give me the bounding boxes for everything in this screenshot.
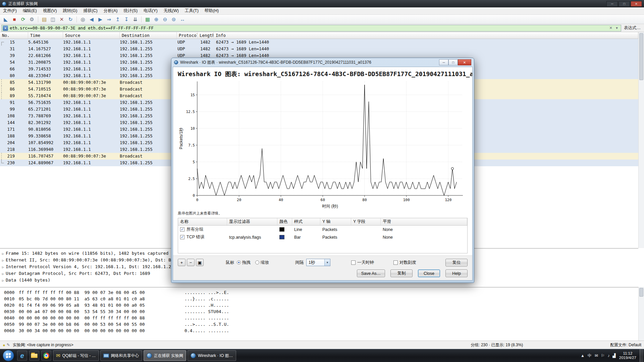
graph-row[interactable]: ✓TCP 错误tcp.analysis.flagsBarPacketsNone bbox=[178, 233, 467, 241]
save-as-button[interactable]: Save As… bbox=[357, 269, 385, 277]
log-scale-checkbox[interactable] bbox=[393, 260, 398, 265]
menu-item[interactable]: 跳转(G) bbox=[60, 7, 80, 14]
expression-button[interactable]: 表达式… bbox=[624, 25, 641, 31]
profile-text[interactable]: 配置文件: Default bbox=[610, 342, 641, 348]
reset-button[interactable]: 复位 bbox=[445, 259, 468, 266]
taskbar-button[interactable]: 网络和共享中心 bbox=[100, 350, 142, 361]
expand-arrow-icon[interactable]: ▷ bbox=[2, 279, 4, 282]
scrollbar-thumb[interactable] bbox=[639, 288, 643, 297]
hidden-icons-icon[interactable]: ▲ bbox=[581, 353, 585, 358]
menu-item[interactable]: 编辑(E) bbox=[20, 7, 40, 14]
menu-item[interactable]: 分析(A) bbox=[101, 7, 121, 14]
volume-icon[interactable]: ♪ bbox=[608, 353, 610, 358]
mouse-drag-label[interactable]: 拖拽 bbox=[242, 260, 251, 265]
go-forward-icon[interactable]: ▶ bbox=[96, 16, 104, 23]
column-header[interactable]: Time bbox=[28, 32, 63, 39]
column-header[interactable]: No. bbox=[0, 32, 28, 39]
close-file-icon[interactable]: ✕ bbox=[58, 16, 66, 23]
menu-item[interactable]: 工具(T) bbox=[182, 7, 202, 14]
graph-column-header[interactable]: Y 字段 bbox=[351, 218, 381, 225]
reload-icon[interactable]: ↻ bbox=[66, 16, 74, 23]
file-explorer-icon[interactable] bbox=[29, 351, 39, 361]
close-dialog-button[interactable]: Close bbox=[418, 269, 440, 277]
graph-enabled-checkbox[interactable]: ✓ bbox=[180, 235, 184, 239]
ime-indicator-icon[interactable]: 中 bbox=[588, 353, 592, 359]
column-header[interactable]: Source bbox=[63, 32, 120, 39]
graph-row[interactable]: ✓所有分组LinePacketsNone bbox=[178, 226, 467, 233]
expert-info-icon[interactable]: ● bbox=[3, 343, 5, 348]
menu-item[interactable]: 电话(Y) bbox=[141, 7, 161, 14]
auto-scroll-icon[interactable]: ⇊ bbox=[131, 16, 139, 23]
hex-row[interactable]: 006030 00 34 00 00 00 00 00 00 00 00 00 … bbox=[0, 327, 638, 334]
hex-row[interactable]: 003000 00 a4 07 00 00 08 00 53 54 55 30 … bbox=[0, 308, 638, 315]
internet-explorer-icon[interactable]: e bbox=[17, 351, 27, 361]
expand-arrow-icon[interactable]: ▷ bbox=[2, 265, 4, 269]
go-first-icon[interactable]: ↥ bbox=[114, 16, 122, 23]
taskbar-button[interactable]: ✉QQ邮箱 - 写信 - … bbox=[53, 350, 99, 361]
column-header[interactable]: Protocol bbox=[177, 32, 198, 39]
log-scale-label[interactable]: 对数刻度 bbox=[399, 260, 416, 265]
restart-capture-icon[interactable]: ⟳ bbox=[19, 16, 27, 23]
filter-clear-icon[interactable]: ✕ bbox=[608, 26, 614, 30]
graph-column-header[interactable]: 颜色 bbox=[277, 218, 292, 225]
scrollbar-thumb[interactable] bbox=[639, 33, 643, 80]
time-of-day-label[interactable]: 一天时钟 bbox=[357, 260, 374, 265]
dialog-close-button[interactable]: ✕ bbox=[458, 59, 471, 65]
column-header[interactable]: Info bbox=[214, 32, 638, 39]
open-file-icon[interactable]: ▤ bbox=[40, 16, 48, 23]
go-back-icon[interactable]: ◀ bbox=[88, 16, 96, 23]
remove-graph-button[interactable]: − bbox=[187, 259, 195, 266]
hex-row[interactable]: 005099 00 07 3e 00 00 b8 06 00 00 53 00 … bbox=[0, 321, 638, 327]
dialog-minimize-button[interactable]: ─ bbox=[439, 59, 448, 65]
column-header[interactable]: Length bbox=[198, 32, 214, 39]
stop-capture-icon[interactable]: ■ bbox=[10, 16, 18, 23]
add-graph-button[interactable]: + bbox=[178, 259, 185, 266]
duplicate-graph-button[interactable]: ▣ bbox=[196, 259, 204, 266]
io-dialog-titlebar[interactable]: Wireshark · IO 图表 · wireshark_C5167126-7… bbox=[173, 58, 473, 67]
close-button[interactable]: ✕ bbox=[631, 1, 642, 7]
minimize-button[interactable]: ─ bbox=[606, 1, 618, 7]
graph-column-header[interactable]: 显示过滤器 bbox=[227, 218, 277, 225]
mouse-zoom-radio[interactable] bbox=[255, 260, 259, 264]
hex-row[interactable]: 0000ff ff ff ff ff ff 00 88 99 00 07 3e … bbox=[0, 289, 638, 296]
graph-column-header[interactable]: 样式 bbox=[292, 218, 320, 225]
action-center-flag-icon[interactable]: ⚐ bbox=[601, 353, 605, 358]
taskbar-clock[interactable]: 11:12 2019/4/27 bbox=[619, 351, 636, 360]
capture-comment-icon[interactable]: ✎ bbox=[7, 343, 10, 347]
show-desktop-button[interactable] bbox=[640, 349, 643, 362]
start-button[interactable] bbox=[3, 350, 14, 361]
colorize-icon[interactable]: ▦ bbox=[144, 16, 152, 23]
mouse-drag-radio[interactable] bbox=[237, 260, 241, 264]
hex-scrollbar[interactable] bbox=[638, 287, 644, 341]
menu-item[interactable]: 视图(V) bbox=[40, 7, 60, 14]
menu-item[interactable]: 捕获(C) bbox=[80, 7, 100, 14]
find-packet-icon[interactable]: ◎ bbox=[79, 16, 87, 23]
hex-row[interactable]: 002001 f4 f4 09 06 99 05 a8 93 48 01 01 … bbox=[0, 302, 638, 308]
dialog-maximize-button[interactable]: □ bbox=[448, 59, 458, 65]
copy-button[interactable]: 复制 bbox=[390, 269, 413, 277]
graph-enabled-checkbox[interactable]: ✓ bbox=[180, 227, 184, 232]
message-icon[interactable]: ✉ bbox=[595, 353, 598, 358]
save-file-icon[interactable]: ◫ bbox=[49, 16, 57, 23]
menu-item[interactable]: 无线(W) bbox=[161, 7, 182, 14]
graph-column-header[interactable]: 平滑 bbox=[381, 218, 467, 225]
menu-item[interactable]: 帮助(H) bbox=[202, 7, 222, 14]
network-signal-icon[interactable]: ▟ bbox=[613, 353, 616, 358]
packet-row[interactable]: 3114.167527192.168.1.1192.168.1.255UDP14… bbox=[0, 46, 638, 52]
column-header[interactable]: Destination bbox=[120, 32, 177, 39]
interval-select[interactable]: 1秒 ▾ bbox=[306, 259, 330, 266]
menu-item[interactable]: 统计(S) bbox=[120, 7, 141, 14]
hex-row[interactable]: 004000 00 00 00 00 00 00 00 00 ff ff ff … bbox=[0, 315, 638, 321]
mouse-zoom-label[interactable]: 缩放 bbox=[261, 260, 269, 265]
resize-columns-icon[interactable]: ↔ bbox=[178, 16, 186, 23]
go-to-packet-icon[interactable]: ⇒ bbox=[105, 16, 113, 23]
packet-row[interactable]: 155.645136192.168.1.1192.168.1.255UDP148… bbox=[0, 39, 638, 46]
maximize-button[interactable]: □ bbox=[619, 1, 630, 7]
window-titlebar[interactable]: 正在捕获 实验网 ─ □ ✕ bbox=[0, 0, 644, 7]
expand-arrow-icon[interactable]: ▷ bbox=[2, 258, 4, 262]
menu-item[interactable]: 文件(F) bbox=[0, 7, 20, 14]
graph-column-header[interactable]: Y 轴 bbox=[320, 218, 351, 225]
expand-arrow-icon[interactable]: ▷ bbox=[2, 252, 4, 255]
zoom-in-icon[interactable]: ⊕ bbox=[152, 16, 160, 23]
graph-column-header[interactable]: 名称 bbox=[178, 218, 227, 225]
